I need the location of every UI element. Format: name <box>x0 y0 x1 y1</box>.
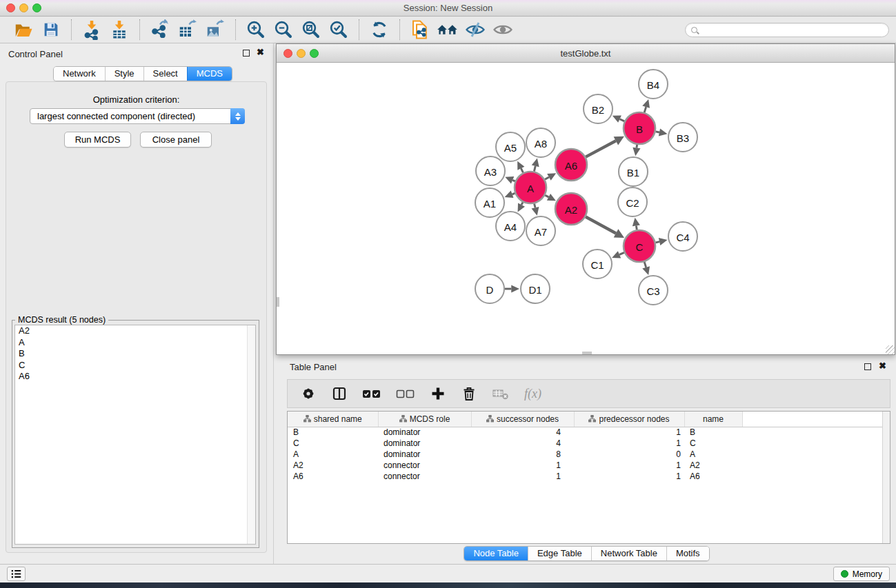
tab-motifs[interactable]: Motifs <box>666 547 709 560</box>
network-graph[interactable]: AA1A2A3A4A5A6A7A8BB1B2B3B4CC1C2C3C4DD1 <box>277 63 895 354</box>
table-cell[interactable]: A6 <box>288 471 378 482</box>
mcds-result-item[interactable]: B <box>15 348 255 360</box>
zoom-out-button[interactable] <box>270 18 297 41</box>
table-cell[interactable]: dominator <box>378 427 471 438</box>
table-cell[interactable]: 1 <box>574 471 684 482</box>
graph-edge[interactable] <box>644 262 646 267</box>
mcds-result-item[interactable]: A6 <box>15 371 255 383</box>
graph-edge[interactable] <box>636 225 637 230</box>
select-all-columns-button[interactable] <box>362 388 381 399</box>
import-network-button[interactable] <box>78 18 106 41</box>
delete-table-button[interactable] <box>492 387 510 401</box>
task-history-button[interactable] <box>7 567 26 581</box>
network-canvas[interactable]: AA1A2A3A4A5A6A7A8BB1B2B3B4CC1C2C3C4DD1 <box>277 63 895 354</box>
export-table-button[interactable] <box>174 18 201 41</box>
graph-edge[interactable] <box>586 141 616 156</box>
table-cell[interactable]: 1 <box>471 471 574 482</box>
graph-edge[interactable] <box>545 177 549 179</box>
tab-network[interactable]: Network <box>54 67 105 81</box>
close-panel-icon[interactable]: ✖ <box>257 47 264 57</box>
function-builder-button[interactable]: f(x) <box>524 387 541 401</box>
tab-style[interactable]: Style <box>105 67 143 81</box>
tab-select[interactable]: Select <box>143 67 187 81</box>
graph-edge[interactable] <box>620 119 625 121</box>
column-header-successor-nodes[interactable]: successor nodes <box>471 412 574 427</box>
mcds-result-item[interactable]: A2 <box>15 325 255 337</box>
table-row[interactable]: A6connector11A6 <box>288 471 890 482</box>
graph-edge[interactable] <box>545 195 548 197</box>
zoom-fit-button[interactable] <box>297 18 325 41</box>
table-cell[interactable]: connector <box>378 471 471 482</box>
network-window-titlebar[interactable]: testGlobe.txt <box>277 44 895 63</box>
zoom-in-button[interactable] <box>242 18 270 41</box>
table-cell[interactable]: 1 <box>574 427 684 438</box>
table-row[interactable]: Bdominator41B <box>288 427 890 438</box>
import-table-button[interactable] <box>106 18 133 41</box>
hide-graphics-details-button[interactable] <box>461 18 489 41</box>
float-panel-icon[interactable] <box>243 50 250 57</box>
graph-edge[interactable] <box>586 216 616 233</box>
table-cell[interactable]: 1 <box>574 460 684 471</box>
table-cell[interactable]: 8 <box>471 449 574 460</box>
table-cell[interactable]: 1 <box>574 438 684 449</box>
table-settings-button[interactable] <box>300 385 317 402</box>
show-all-network-windows-button[interactable] <box>434 18 461 41</box>
close-panel-button[interactable]: Close panel <box>140 132 212 148</box>
refresh-view-button[interactable] <box>366 18 393 41</box>
copy-network-button[interactable] <box>406 18 434 41</box>
table-cell[interactable]: A2 <box>288 460 378 471</box>
table-cell[interactable]: 4 <box>471 427 574 438</box>
delete-columns-button[interactable] <box>461 385 477 402</box>
optimization-criterion-dropdown[interactable]: largest connected component (directed) <box>30 108 245 124</box>
table-close-icon[interactable]: ✖ <box>879 361 886 371</box>
table-row[interactable]: A2connector11A2 <box>288 460 890 471</box>
tab-network-table[interactable]: Network Table <box>591 547 666 560</box>
graph-edge[interactable] <box>637 145 637 148</box>
table-cell[interactable]: C <box>288 438 378 449</box>
table-cell[interactable]: 0 <box>574 449 684 460</box>
table-cell[interactable]: A <box>684 449 742 460</box>
export-image-button[interactable] <box>201 18 229 41</box>
table-cell[interactable]: connector <box>378 460 471 471</box>
unselect-all-columns-button[interactable] <box>396 388 415 399</box>
mcds-result-item[interactable]: C <box>15 360 255 372</box>
create-new-column-button[interactable] <box>430 385 446 402</box>
graph-edge[interactable] <box>535 203 535 207</box>
table-cell[interactable]: dominator <box>378 449 471 460</box>
table-cell[interactable]: A <box>288 449 378 460</box>
zoom-selected-button[interactable] <box>325 18 352 41</box>
table-cell[interactable]: dominator <box>378 438 471 449</box>
column-header-shared-name[interactable]: shared name <box>288 412 378 427</box>
column-header-name[interactable]: name <box>684 412 742 427</box>
graph-edge[interactable] <box>534 166 535 172</box>
column-header-predecessor-nodes[interactable]: predecessor nodes <box>574 412 684 427</box>
table-cell[interactable]: C <box>684 438 742 449</box>
mcds-list-scrollbar[interactable] <box>247 325 255 544</box>
table-cell[interactable]: 1 <box>471 460 574 471</box>
table-scrollbar[interactable] <box>882 412 890 543</box>
graph-edge[interactable] <box>512 193 515 194</box>
search-input[interactable] <box>701 24 888 36</box>
save-session-button[interactable] <box>37 18 65 41</box>
run-mcds-button[interactable]: Run MCDS <box>64 132 131 148</box>
table-cell[interactable]: B <box>684 427 742 438</box>
graph-edge[interactable] <box>521 202 523 205</box>
table-cell[interactable]: A6 <box>684 471 742 482</box>
tab-mcds[interactable]: MCDS <box>187 67 232 81</box>
memory-button[interactable]: Memory <box>833 567 890 581</box>
table-cell[interactable]: 4 <box>471 438 574 449</box>
mcds-result-list[interactable]: A2ABCA6 <box>14 325 256 545</box>
graph-edge[interactable] <box>656 132 659 132</box>
show-graphics-details-button[interactable] <box>489 18 517 41</box>
tab-node-table[interactable]: Node Table <box>464 547 528 560</box>
graph-edge[interactable] <box>644 107 646 112</box>
table-cell[interactable]: B <box>288 427 378 438</box>
graph-edge[interactable] <box>655 242 659 243</box>
tab-edge-table[interactable]: Edge Table <box>528 547 591 560</box>
table-row[interactable]: Cdominator41C <box>288 438 890 449</box>
column-header-mcds-role[interactable]: MCDS role <box>378 412 471 427</box>
graph-edge[interactable] <box>619 252 624 254</box>
table-row[interactable]: Adominator80A <box>288 449 890 460</box>
mcds-result-item[interactable]: A <box>15 337 255 349</box>
graph-edge[interactable] <box>512 180 515 181</box>
